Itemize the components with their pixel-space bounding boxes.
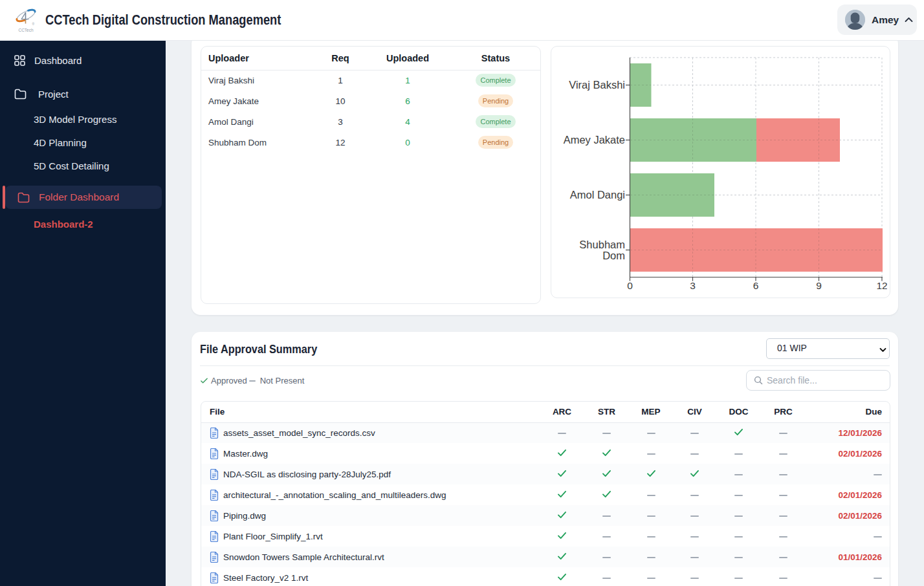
svg-text:0: 0 [627, 280, 633, 291]
svg-text:12: 12 [876, 280, 887, 291]
svg-text:3: 3 [690, 280, 696, 291]
svg-text:Shubham: Shubham [579, 239, 625, 250]
svg-text:9: 9 [816, 280, 822, 291]
svg-text:Amol Dangi: Amol Dangi [570, 189, 625, 201]
svg-text:Dom: Dom [602, 250, 625, 261]
svg-text:Amey Jakate: Amey Jakate [564, 134, 625, 146]
svg-text:6: 6 [753, 280, 759, 291]
svg-text:Viraj Bakshi: Viraj Bakshi [569, 79, 625, 91]
svg-text:CCTech: CCTech [18, 28, 34, 32]
svg-text:®: ® [32, 22, 35, 26]
